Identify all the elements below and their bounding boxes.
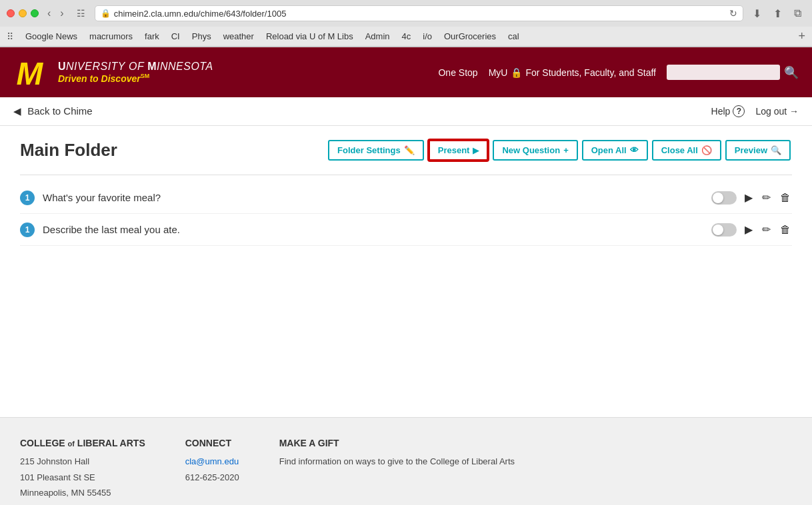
question-delete-button-2[interactable]: 🗑 — [779, 223, 792, 237]
question-text-1: What's your favorite meal? — [43, 192, 703, 203]
footer-gift-heading: Make a Gift — [279, 438, 515, 448]
bookmark-phys[interactable]: Phys — [187, 30, 217, 43]
footer-connect-heading: Connect — [185, 438, 239, 448]
help-label: Help — [711, 106, 731, 117]
umn-tagline: Driven to DiscoverSM — [58, 73, 213, 84]
sidebar-button[interactable]: ☷ — [73, 7, 89, 20]
bookmark-ci[interactable]: CI — [166, 30, 185, 43]
present-label: Present — [438, 145, 470, 155]
preview-button[interactable]: Preview 🔍 — [725, 140, 791, 161]
folder-title: Main Folder — [20, 140, 117, 161]
title-bar: ‹ › ☷ 🔒 chimein2.cla.umn.edu/chime/643/f… — [0, 0, 812, 27]
apps-icon[interactable]: ⠿ — [7, 31, 13, 42]
close-window-button[interactable] — [7, 9, 15, 17]
footer-address-2: 101 Pleasant St SE — [20, 471, 145, 484]
myu-lock-icon: 🔒 — [511, 67, 522, 78]
download-button[interactable]: ⬇ — [749, 6, 765, 21]
question-play-button-2[interactable]: ▶ — [743, 222, 754, 237]
url-bar[interactable]: 🔒 chimein2.cla.umn.edu/chime/643/folder/… — [95, 5, 743, 21]
settings-pencil-icon: ✏️ — [404, 145, 415, 155]
back-to-chime-text: Back to Chime — [27, 105, 93, 117]
open-all-button[interactable]: Open All 👁 — [582, 140, 648, 161]
bookmark-weather[interactable]: weather — [218, 30, 259, 43]
browser-actions: ⬇ ⬆ ⧉ — [749, 6, 805, 21]
folder-settings-label: Folder Settings — [337, 145, 401, 155]
umn-nav-right: One Stop MyU 🔒 For Students, Faculty, an… — [438, 65, 799, 80]
top-bar-right: Help ? Log out → — [711, 105, 799, 117]
bookmark-ourgroceries[interactable]: OurGroceries — [439, 30, 501, 43]
add-bookmark-button[interactable]: + — [798, 29, 805, 43]
refresh-button[interactable]: ↻ — [729, 8, 737, 19]
new-question-label: New Question — [502, 145, 560, 155]
myu-section: MyU 🔒 For Students, Faculty, and Staff — [489, 67, 656, 78]
question-edit-button-2[interactable]: ✏ — [761, 222, 772, 237]
browser-chrome: ‹ › ☷ 🔒 chimein2.cla.umn.edu/chime/643/f… — [0, 0, 812, 47]
question-controls-1: ▶ ✏ 🗑 — [711, 190, 792, 205]
eye-open-icon: 👁 — [630, 145, 639, 155]
footer-email-link[interactable]: cla@umn.edu — [185, 456, 239, 466]
question-toggle-1[interactable] — [711, 191, 737, 205]
question-delete-button-1[interactable]: 🗑 — [779, 191, 792, 205]
help-icon: ? — [733, 105, 745, 117]
footer-phone: 612-625-2020 — [185, 471, 239, 484]
page-top-bar: ◀ Back to Chime Help ? Log out → — [0, 97, 812, 126]
table-row: 1 What's your favorite meal? ▶ ✏ 🗑 — [20, 182, 792, 214]
toggle-knob-1 — [713, 193, 723, 203]
footer: College of Liberal Arts 215 Johnston Hal… — [0, 417, 812, 505]
footer-gift-desc: Find information on ways to give to the … — [279, 455, 515, 468]
university-name: University of Minnesota — [58, 61, 213, 73]
bookmark-admin[interactable]: Admin — [360, 30, 395, 43]
play-icon: ▶ — [473, 146, 479, 155]
logout-link[interactable]: Log out → — [755, 106, 799, 117]
table-row: 1 Describe the last meal you ate. ▶ ✏ 🗑 — [20, 214, 792, 246]
one-stop-link[interactable]: One Stop — [438, 67, 477, 78]
main-folder-area: Main Folder Folder Settings ✏️ Present ▶… — [0, 126, 812, 259]
present-button[interactable]: Present ▶ — [428, 139, 489, 161]
footer-college-col: College of Liberal Arts 215 Johnston Hal… — [20, 438, 145, 502]
new-question-button[interactable]: New Question + — [493, 140, 577, 161]
footer-connect-col: Connect cla@umn.edu 612-625-2020 — [185, 438, 239, 502]
search-area: 🔍 — [667, 65, 799, 80]
page-content: ◀ Back to Chime Help ? Log out → Main Fo… — [0, 97, 812, 417]
myu-label[interactable]: MyU — [489, 67, 508, 78]
question-play-button-1[interactable]: ▶ — [743, 190, 754, 205]
close-all-button[interactable]: Close All 🚫 — [652, 140, 721, 161]
new-tab-button[interactable]: ⧉ — [790, 6, 805, 21]
question-toggle-2[interactable] — [711, 223, 737, 237]
maximize-window-button[interactable] — [31, 9, 39, 17]
bookmark-4c[interactable]: 4c — [397, 30, 417, 43]
close-all-label: Close All — [661, 145, 698, 155]
search-input[interactable] — [667, 65, 780, 80]
question-text-2: Describe the last meal you ate. — [43, 224, 703, 235]
folder-settings-button[interactable]: Folder Settings ✏️ — [328, 140, 424, 161]
footer-gift-col: Make a Gift Find information on ways to … — [279, 438, 515, 502]
bookmark-cal[interactable]: cal — [503, 30, 525, 43]
question-edit-button-1[interactable]: ✏ — [761, 190, 772, 205]
svg-text:M: M — [17, 56, 44, 91]
url-text: chimein2.cla.umn.edu/chime/643/folder/10… — [114, 9, 729, 19]
umn-header: M University of Minnesota Driven to Disc… — [0, 47, 812, 97]
umn-logo-icon[interactable]: M — [13, 54, 50, 91]
back-arrow-icon: ◀ — [13, 105, 21, 117]
eye-closed-icon: 🚫 — [701, 145, 712, 155]
bookmark-io[interactable]: i/o — [417, 30, 437, 43]
help-link[interactable]: Help ? — [711, 105, 745, 117]
bookmark-macrumors[interactable]: macrumors — [84, 30, 138, 43]
back-to-chime-link[interactable]: ◀ Back to Chime — [13, 105, 93, 117]
share-button[interactable]: ⬆ — [769, 6, 786, 21]
minimize-window-button[interactable] — [19, 9, 27, 17]
footer-college-heading: College of Liberal Arts — [20, 438, 145, 448]
back-button[interactable]: ‹ — [44, 6, 54, 21]
footer-address-3: Minneapolis, MN 55455 — [20, 486, 145, 500]
search-button[interactable]: 🔍 — [784, 65, 799, 80]
logout-label: Log out — [755, 106, 787, 117]
question-badge-2: 1 — [20, 223, 35, 237]
myu-desc: For Students, Faculty, and Staff — [525, 67, 656, 78]
umn-text-area: University of Minnesota Driven to Discov… — [58, 61, 213, 84]
bookmark-google-news[interactable]: Google News — [20, 30, 83, 43]
bookmark-fark[interactable]: fark — [139, 30, 165, 43]
traffic-lights — [7, 9, 39, 17]
bookmark-reload-uml[interactable]: Reload via U of M Libs — [261, 30, 359, 43]
forward-button[interactable]: › — [57, 6, 67, 21]
toggle-knob-2 — [713, 225, 723, 235]
